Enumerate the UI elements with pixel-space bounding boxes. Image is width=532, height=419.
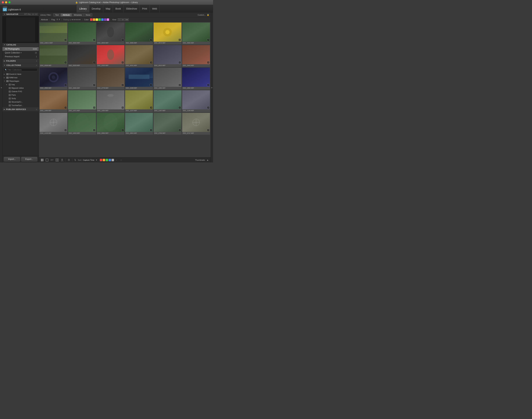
- catalog-item-all-photographs[interactable]: All Photographs3244: [2, 47, 39, 51]
- right-panel-toggle[interactable]: ▶: [211, 13, 213, 162]
- catalog-item-quick-collection-+[interactable]: Quick Collection +15: [2, 51, 39, 55]
- catalog-header[interactable]: ▼ Catalog: [2, 43, 39, 47]
- photo-cell[interactable]: ↗ DSC_0863.NEF: [125, 113, 153, 135]
- color-dot-purple[interactable]: [104, 18, 106, 21]
- nav-link-develop[interactable]: Develop: [89, 5, 103, 13]
- nav-link-slideshow[interactable]: Slideshow: [124, 5, 140, 13]
- sort-dropdown-icon[interactable]: ▾: [95, 159, 98, 161]
- folders-add[interactable]: +: [36, 60, 37, 62]
- photo-cell[interactable]: ↗ DSC_0585.NEF: [125, 23, 153, 44]
- photo-cell[interactable]: ↗ DSC_0031.NEF: [125, 45, 153, 67]
- photo-cell[interactable]: ↗ DSC_2888.NEF: [39, 68, 67, 90]
- kind-btn-3[interactable]: ▶▶: [125, 18, 129, 21]
- color-dot-orange[interactable]: [93, 18, 95, 21]
- flag-down-icon[interactable]: ⬇: [58, 18, 60, 21]
- photo-cell[interactable]: ↗ DSC_1454.NEF: [97, 90, 124, 112]
- photo-cell[interactable]: ↗ DSC_1149.NEF: [182, 90, 210, 112]
- collections-add[interactable]: +: [36, 64, 37, 67]
- spray-btn[interactable]: [67, 159, 71, 161]
- photo-cell[interactable]: ↗ DSC_1139.NEF: [39, 113, 67, 135]
- loupe-view-btn[interactable]: [45, 159, 49, 161]
- toolbar-color-red[interactable]: [100, 159, 102, 161]
- color-dot-pink[interactable]: [107, 18, 109, 21]
- photo-cell[interactable]: ↗ DSC_0836.NEF: [97, 23, 124, 44]
- collection-item-slovenia/cr...[interactable]: Slovenia/Cr...: [2, 100, 39, 104]
- photo-cell[interactable]: ↗ DSC_1062-2.NEF: [39, 23, 67, 44]
- photo-cell[interactable]: ↗ DSC_0984.NEF: [97, 113, 124, 135]
- publish-add[interactable]: +: [36, 108, 37, 111]
- color-dot-red[interactable]: [90, 18, 92, 21]
- photo-cell[interactable]: ↗ DSC_0560.NEF: [182, 23, 210, 44]
- photo-cell[interactable]: ↗ DSC_2778.NEF: [97, 68, 124, 90]
- filter-custom-label[interactable]: Custom...: [198, 14, 206, 16]
- filter-tab-text[interactable]: Text: [53, 13, 61, 16]
- collections-filter-input[interactable]: [3, 68, 38, 71]
- photo-cell[interactable]: ↗ DSC_0529.NEF: [68, 45, 96, 67]
- filter-lock-icon[interactable]: 🔒: [207, 14, 209, 16]
- photo-cell[interactable]: ↗ DSC_0766.NEF: [154, 113, 181, 135]
- photo-cell[interactable]: ↗ DSC_0574.NEF: [154, 23, 181, 44]
- collections-header[interactable]: ▼ Collections +: [2, 63, 39, 67]
- collection-item-iraq[interactable]: ▶Iraq: [2, 83, 39, 86]
- export-button[interactable]: Export...: [21, 157, 38, 161]
- folders-header[interactable]: ▶ Folders +: [2, 59, 39, 63]
- left-panel-toggle[interactable]: ◀: [0, 13, 2, 162]
- collection-item-reportages[interactable]: ▼Reportages: [2, 79, 39, 83]
- sort-value[interactable]: Capture Time: [83, 159, 94, 161]
- collection-item-paris[interactable]: Paris: [2, 93, 39, 97]
- survey-view-btn[interactable]: [55, 159, 59, 161]
- flag-up-icon[interactable]: ⬆: [56, 18, 58, 21]
- import-button[interactable]: Import...: [4, 157, 20, 161]
- compare-view-btn[interactable]: XY: [50, 159, 54, 161]
- color-dot-green[interactable]: [98, 18, 101, 21]
- photo-cell[interactable]: ↗ DSC_0538.NEF: [39, 45, 67, 67]
- toolbar-color-blue[interactable]: [109, 159, 111, 161]
- filter-tab-metadata[interactable]: Metadata: [72, 13, 84, 16]
- collection-item-raw-test[interactable]: ▶RAW test: [2, 76, 39, 79]
- collection-item-migranti-udine[interactable]: Migranti Udine: [2, 86, 39, 90]
- nav-link-map[interactable]: Map: [103, 5, 113, 13]
- photo-cell[interactable]: ↗ DSC_1003.NEF: [68, 113, 96, 135]
- photo-cell[interactable]: ↗ DSC_0840.NEF: [68, 23, 96, 44]
- collection-item-osterie-fvg[interactable]: Osterie FVG: [2, 90, 39, 93]
- photo-cell[interactable]: ↗ DSC_1187.NEF: [154, 90, 181, 112]
- nav-link-book[interactable]: Book: [113, 5, 124, 13]
- filter-tab-attribute[interactable]: Attribute: [61, 13, 72, 16]
- nav-link-library[interactable]: Library: [77, 5, 89, 13]
- collection-item-turchia/syri...[interactable]: Turchia/Syri...: [2, 104, 39, 107]
- color-dot-yellow[interactable]: [96, 18, 98, 21]
- kind-btn-2[interactable]: ▶: [121, 18, 125, 21]
- photo-cell[interactable]: ↗ DSC_0747.NEF: [182, 113, 210, 135]
- rating-stars[interactable]: ★★★★★: [71, 18, 81, 21]
- prev-arrow[interactable]: ←: [115, 159, 118, 161]
- photo-cell[interactable]: ↗ DSC_0325.NEF: [97, 45, 124, 67]
- color-dot-blue[interactable]: [101, 18, 104, 21]
- nav-link-print[interactable]: Print: [140, 5, 150, 13]
- sort-order-btn[interactable]: ⇅: [74, 159, 77, 161]
- photo-cell[interactable]: ↗ DSC_2943.NEF: [182, 45, 210, 67]
- filter-tab-none[interactable]: None: [84, 13, 92, 16]
- photo-cell[interactable]: ↗ DSC_1985.NEF: [154, 68, 181, 90]
- photo-cell[interactable]: ↗ DSC_1471.NEF: [68, 90, 96, 112]
- toolbar-color-orange[interactable]: [103, 159, 105, 161]
- photo-cell[interactable]: ↗ DSC_1496.NEF: [39, 90, 67, 112]
- close-button[interactable]: [2, 1, 4, 3]
- people-view-btn[interactable]: [60, 159, 64, 161]
- kind-btn-1[interactable]: ⬛: [118, 18, 121, 21]
- navigator-header[interactable]: ▼ Navigator FIT FILL 1:1 1:2: [2, 13, 39, 16]
- nav-link-web[interactable]: Web: [150, 5, 160, 13]
- maximize-button[interactable]: [8, 1, 11, 3]
- photo-cell[interactable]: ↗ DSC_2448.NEF: [125, 68, 153, 90]
- toolbar-color-green[interactable]: [106, 159, 108, 161]
- publish-header[interactable]: ▶ Publish Services +: [2, 107, 39, 112]
- minimize-button[interactable]: [5, 1, 7, 3]
- photo-cell[interactable]: ↗ DSC_1892.NEF: [182, 68, 210, 90]
- grid-view-btn[interactable]: [40, 159, 44, 161]
- collection-item-eventi-&-varie[interactable]: ▶Eventi & Varie: [2, 72, 39, 76]
- collection-item-sicily[interactable]: Sicily: [2, 97, 39, 100]
- thumbnail-size-slider[interactable]: ▲: [206, 159, 209, 161]
- photo-cell[interactable]: ↗ DSC_2846.NEF: [68, 68, 96, 90]
- catalog-item-previous-import[interactable]: Previous Import1: [2, 55, 39, 58]
- photo-grid-container[interactable]: ↗ DSC_1062-2.NEF ↗ DSC_0840.NEF: [39, 22, 211, 157]
- photo-cell[interactable]: ↗ DSC_1237.NEF: [125, 90, 153, 112]
